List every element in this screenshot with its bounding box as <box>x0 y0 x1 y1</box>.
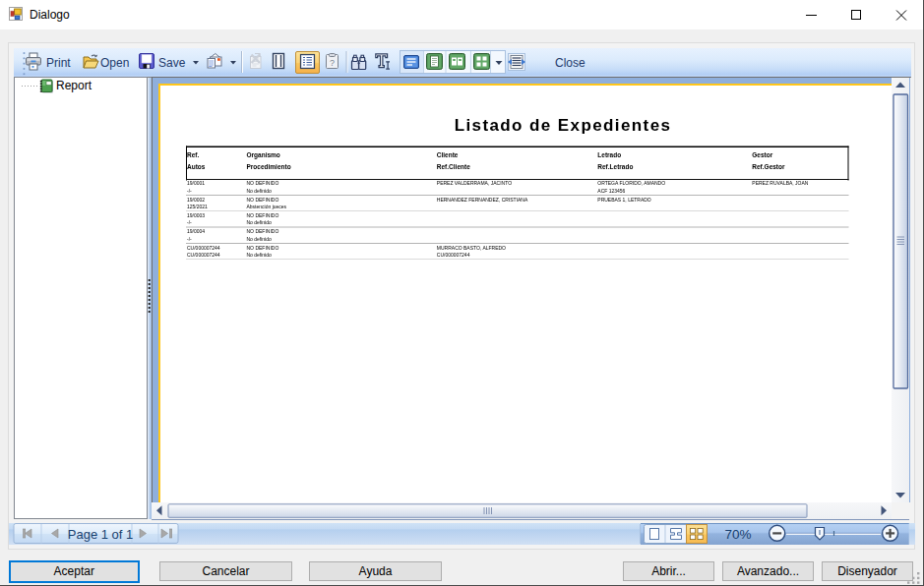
svg-text:70%: 70% <box>724 526 751 541</box>
svg-text:Open: Open <box>100 56 129 70</box>
svg-text:Save: Save <box>158 56 186 70</box>
svg-text:Close: Close <box>555 56 585 70</box>
svg-text:?: ? <box>330 58 335 68</box>
svg-text:Page 1 of 1: Page 1 of 1 <box>68 526 134 541</box>
svg-text:Print: Print <box>46 56 71 70</box>
